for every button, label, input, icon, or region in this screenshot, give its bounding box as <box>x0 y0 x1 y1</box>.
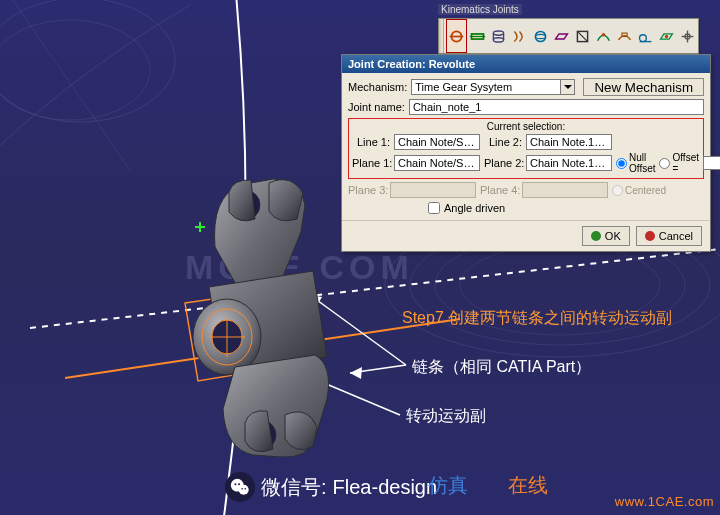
screw-joint-icon[interactable] <box>509 19 530 53</box>
centered-radio: Centered <box>612 185 666 196</box>
current-selection-group: Current selection: Line 1: Chain Note/So… <box>348 118 704 179</box>
wechat-footer: 微信号: Flea-design <box>225 472 437 502</box>
revolute-joint-icon[interactable] <box>446 19 467 53</box>
svg-point-19 <box>286 414 316 444</box>
svg-marker-6 <box>310 295 322 307</box>
ok-icon <box>591 231 601 241</box>
svg-point-13 <box>193 299 261 375</box>
plane1-input[interactable]: Chain Note/Solid.1 <box>394 155 480 171</box>
palette-title: Kinematics Joints <box>438 4 522 15</box>
point-surface-joint-icon[interactable] <box>656 19 677 53</box>
spherical-joint-icon[interactable] <box>530 19 551 53</box>
ok-label: OK <box>605 230 621 242</box>
svg-point-18 <box>246 420 276 450</box>
dropdown-arrow-icon[interactable] <box>560 79 575 95</box>
angle-driven-label: Angle driven <box>444 202 505 214</box>
rigid-joint-icon[interactable] <box>572 19 593 53</box>
annotation-revolute: 转动运动副 <box>406 406 486 427</box>
svg-point-39 <box>234 483 236 485</box>
slide-curve-joint-icon[interactable] <box>614 19 635 53</box>
dialog-title: Joint Creation: Revolute <box>348 58 475 70</box>
viewport-3d[interactable]: MCAE.COM <box>0 0 720 515</box>
ok-button[interactable]: OK <box>582 226 630 246</box>
svg-point-32 <box>640 34 647 41</box>
watermark: MCAE.COM <box>185 248 414 287</box>
prismatic-joint-icon[interactable] <box>467 19 488 53</box>
svg-point-25 <box>493 37 503 41</box>
plane2-label: Plane 2: <box>484 157 522 169</box>
current-selection-title: Current selection: <box>352 121 700 132</box>
wechat-id: Flea-design <box>333 476 438 499</box>
line2-label: Line 2: <box>484 136 522 148</box>
svg-point-0 <box>0 0 175 122</box>
point-curve-joint-icon[interactable] <box>593 19 614 53</box>
line1-input[interactable]: Chain Note/Solid.1 <box>394 134 480 150</box>
palette-grip[interactable] <box>439 19 444 53</box>
cancel-button[interactable]: Cancel <box>636 226 702 246</box>
wechat-icon <box>225 472 255 502</box>
svg-point-42 <box>244 488 246 490</box>
svg-point-14 <box>212 320 242 354</box>
line2-input[interactable]: Chain Note.1/Solid.1 <box>526 134 612 150</box>
svg-marker-8 <box>305 374 318 385</box>
planar-joint-icon[interactable] <box>551 19 572 53</box>
plane3-label: Plane 3: <box>348 184 386 196</box>
mechanism-value: Time Gear Sysytem <box>411 79 560 95</box>
universal-joint-icon[interactable] <box>677 19 698 53</box>
roll-curve-joint-icon[interactable] <box>635 19 656 53</box>
overlay-text-2: 在线 <box>508 472 548 499</box>
svg-point-33 <box>665 34 668 37</box>
offset-value-input[interactable] <box>703 156 720 170</box>
svg-point-30 <box>602 33 605 36</box>
angle-driven-checkbox[interactable] <box>428 202 440 214</box>
joint-creation-dialog: Joint Creation: Revolute Mechanism: Time… <box>341 54 711 252</box>
dialog-titlebar[interactable]: Joint Creation: Revolute <box>342 55 710 73</box>
annotation-chain-part: 链条（相同 CATIA Part） <box>412 357 591 378</box>
footer-url: www.1CAE.com <box>615 494 714 509</box>
kinematics-joints-palette[interactable] <box>438 18 699 54</box>
svg-line-29 <box>577 31 587 41</box>
wechat-prefix: 微信号: <box>261 474 327 501</box>
plane1-label: Plane 1: <box>352 157 390 169</box>
svg-point-11 <box>230 190 260 220</box>
joint-name-input[interactable]: Chain_note_1 <box>409 99 704 115</box>
overlay-text-1: 仿真 <box>428 472 468 499</box>
svg-point-12 <box>270 184 300 214</box>
cancel-label: Cancel <box>659 230 693 242</box>
svg-point-40 <box>238 483 240 485</box>
svg-point-1 <box>0 20 150 120</box>
offset-radio[interactable]: Offset = <box>659 152 699 174</box>
mechanism-label: Mechanism: <box>348 81 407 93</box>
joint-name-label: Joint name: <box>348 101 405 113</box>
mechanism-select[interactable]: Time Gear Sysytem <box>411 79 575 95</box>
line1-label: Line 1: <box>352 136 390 148</box>
plane2-input[interactable]: Chain Note.1/Solid.1 <box>526 155 612 171</box>
plane4-label: Plane 4: <box>480 184 518 196</box>
cancel-icon <box>645 231 655 241</box>
svg-marker-7 <box>350 367 362 379</box>
svg-point-24 <box>493 30 503 34</box>
svg-point-38 <box>239 485 249 495</box>
cylindrical-joint-icon[interactable] <box>488 19 509 53</box>
svg-point-27 <box>535 34 545 38</box>
svg-point-41 <box>241 488 243 490</box>
svg-point-26 <box>535 31 545 41</box>
svg-rect-31 <box>622 33 627 36</box>
plane4-input <box>522 182 608 198</box>
null-offset-label: Null Offset <box>629 152 655 174</box>
svg-point-15 <box>202 309 252 365</box>
null-offset-radio[interactable]: Null Offset <box>616 152 655 174</box>
annotation-step7: Step7 创建两节链条之间的转动运动副 <box>402 308 672 329</box>
offset-label: Offset = <box>672 152 699 174</box>
new-mechanism-button[interactable]: New Mechanism <box>583 78 704 96</box>
plane3-input <box>390 182 476 198</box>
centered-label: Centered <box>625 185 666 196</box>
